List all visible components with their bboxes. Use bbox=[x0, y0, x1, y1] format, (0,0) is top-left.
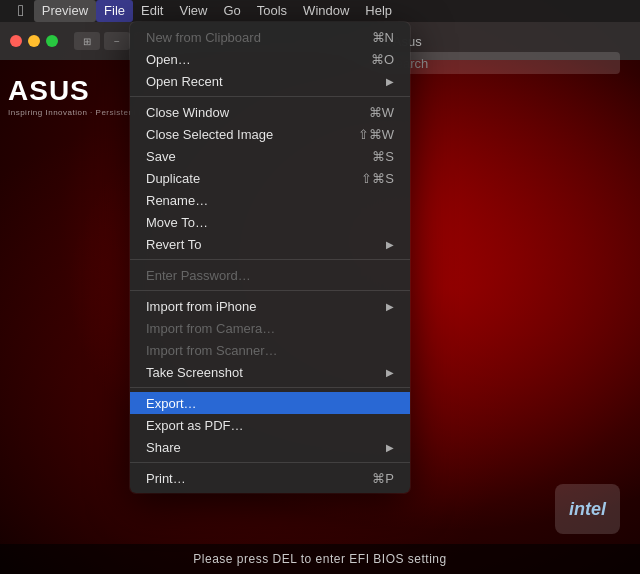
minimize-button[interactable] bbox=[28, 35, 40, 47]
intel-badge: intel bbox=[555, 484, 620, 534]
menu-close-window-label: Close Window bbox=[146, 105, 229, 120]
status-bar: Please press DEL to enter EFI BIOS setti… bbox=[0, 544, 640, 574]
menu-import-iphone[interactable]: Import from iPhone ▶ bbox=[130, 295, 410, 317]
menu-close-selected-image[interactable]: Close Selected Image ⇧⌘W bbox=[130, 123, 410, 145]
menu-import-scanner[interactable]: Import from Scanner… bbox=[130, 339, 410, 361]
menu-print-label: Print… bbox=[146, 471, 186, 486]
menu-export-pdf[interactable]: Export as PDF… bbox=[130, 414, 410, 436]
menu-take-screenshot[interactable]: Take Screenshot ▶ bbox=[130, 361, 410, 383]
menu-enter-password[interactable]: Enter Password… bbox=[130, 264, 410, 286]
menu-save-label: Save bbox=[146, 149, 176, 164]
asus-logo-text: ASUS bbox=[8, 75, 90, 107]
menu-open-shortcut: ⌘O bbox=[371, 52, 394, 67]
menu-save[interactable]: Save ⌘S bbox=[130, 145, 410, 167]
menu-help[interactable]: Help bbox=[357, 0, 400, 22]
menu-preview[interactable]: Preview bbox=[34, 0, 96, 22]
menu-close-window-shortcut: ⌘W bbox=[369, 105, 394, 120]
menu-export[interactable]: Export… bbox=[130, 392, 410, 414]
zoom-out-btn[interactable]: − bbox=[104, 32, 130, 50]
menu-close-selected-image-shortcut: ⇧⌘W bbox=[358, 127, 394, 142]
menu-import-scanner-label: Import from Scanner… bbox=[146, 343, 278, 358]
import-iphone-arrow: ▶ bbox=[386, 301, 394, 312]
menu-duplicate-label: Duplicate bbox=[146, 171, 200, 186]
share-arrow: ▶ bbox=[386, 442, 394, 453]
menu-edit[interactable]: Edit bbox=[133, 0, 171, 22]
menu-go[interactable]: Go bbox=[215, 0, 248, 22]
menu-rename[interactable]: Rename… bbox=[130, 189, 410, 211]
menu-print[interactable]: Print… ⌘P bbox=[130, 467, 410, 489]
menu-new-from-clipboard-shortcut: ⌘N bbox=[372, 30, 394, 45]
menu-view[interactable]: View bbox=[171, 0, 215, 22]
menu-move-to-label: Move To… bbox=[146, 215, 208, 230]
menu-duplicate-shortcut: ⇧⌘S bbox=[361, 171, 394, 186]
traffic-lights bbox=[10, 35, 58, 47]
menu-open[interactable]: Open… ⌘O bbox=[130, 48, 410, 70]
menu-move-to[interactable]: Move To… bbox=[130, 211, 410, 233]
menu-export-pdf-label: Export as PDF… bbox=[146, 418, 244, 433]
menu-open-recent-label: Open Recent bbox=[146, 74, 223, 89]
menu-open-recent[interactable]: Open Recent ▶ bbox=[130, 70, 410, 92]
menu-new-from-clipboard[interactable]: New from Clipboard ⌘N bbox=[130, 26, 410, 48]
menu-import-camera-label: Import from Camera… bbox=[146, 321, 275, 336]
menu-export-label: Export… bbox=[146, 396, 197, 411]
apple-menu[interactable]:  bbox=[8, 0, 34, 22]
menu-new-from-clipboard-label: New from Clipboard bbox=[146, 30, 261, 45]
menu-revert-to-label: Revert To bbox=[146, 237, 201, 252]
status-text: Please press DEL to enter EFI BIOS setti… bbox=[193, 552, 446, 566]
menu-enter-password-label: Enter Password… bbox=[146, 268, 251, 283]
intel-label: intel bbox=[569, 499, 606, 520]
menu-close-window[interactable]: Close Window ⌘W bbox=[130, 101, 410, 123]
menu-take-screenshot-label: Take Screenshot bbox=[146, 365, 243, 380]
menu-revert-to[interactable]: Revert To ▶ bbox=[130, 233, 410, 255]
menu-rename-label: Rename… bbox=[146, 193, 208, 208]
menu-tools[interactable]: Tools bbox=[249, 0, 295, 22]
menu-share-label: Share bbox=[146, 440, 181, 455]
file-menu-dropdown: New from Clipboard ⌘N Open… ⌘O Open Rece… bbox=[130, 22, 410, 493]
menu-save-shortcut: ⌘S bbox=[372, 149, 394, 164]
menu-import-camera[interactable]: Import from Camera… bbox=[130, 317, 410, 339]
take-screenshot-arrow: ▶ bbox=[386, 367, 394, 378]
menubar:  Preview File Edit View Go Tools Window… bbox=[0, 0, 640, 22]
zoom-button[interactable] bbox=[46, 35, 58, 47]
sep2 bbox=[130, 259, 410, 260]
close-button[interactable] bbox=[10, 35, 22, 47]
menu-open-label: Open… bbox=[146, 52, 191, 67]
sidebar-toggle[interactable]: ⊞ bbox=[74, 32, 100, 50]
menu-print-shortcut: ⌘P bbox=[372, 471, 394, 486]
sep4 bbox=[130, 387, 410, 388]
sep1 bbox=[130, 96, 410, 97]
menu-file[interactable]: File bbox=[96, 0, 133, 22]
open-recent-arrow: ▶ bbox=[386, 76, 394, 87]
sep3 bbox=[130, 290, 410, 291]
menu-share[interactable]: Share ▶ bbox=[130, 436, 410, 458]
menu-window[interactable]: Window bbox=[295, 0, 357, 22]
revert-to-arrow: ▶ bbox=[386, 239, 394, 250]
menu-close-selected-image-label: Close Selected Image bbox=[146, 127, 273, 142]
menu-import-iphone-label: Import from iPhone bbox=[146, 299, 257, 314]
menu-duplicate[interactable]: Duplicate ⇧⌘S bbox=[130, 167, 410, 189]
sep5 bbox=[130, 462, 410, 463]
